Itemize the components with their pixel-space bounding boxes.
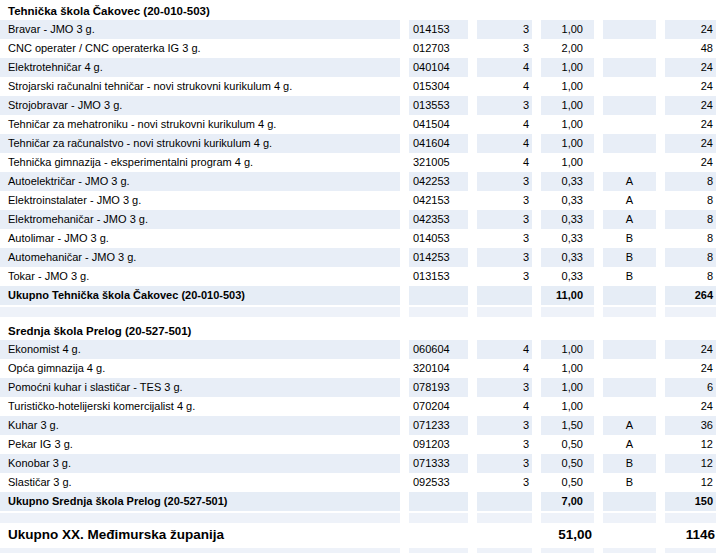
program-years: 3: [477, 473, 532, 492]
program-name: Konobar 3 g.: [0, 454, 400, 473]
section-header-prelog: Srednja škola Prelog (20-527-501): [0, 323, 716, 340]
program-letter: [603, 39, 656, 58]
program-name: Opća gimnazija 4 g.: [0, 359, 400, 378]
separator-cell: [603, 307, 656, 317]
program-value: 0,50: [541, 473, 594, 492]
separator-cell: [541, 513, 594, 523]
separator-cell: [409, 513, 468, 523]
program-years: 4: [477, 340, 532, 359]
program-name: Tehnička gimnazija - eksperimentalni pro…: [0, 153, 400, 172]
grand-total-years-cell: [477, 525, 532, 545]
program-count: 8: [665, 248, 716, 267]
separator-cell: [541, 307, 594, 317]
program-letter: [603, 96, 656, 115]
program-letter: [603, 153, 656, 172]
program-years: 4: [477, 134, 532, 153]
program-years: 3: [477, 210, 532, 229]
separator-slot-2: [0, 513, 716, 523]
grand-total-letter-cell: [603, 525, 656, 545]
program-code: 071333: [409, 454, 468, 473]
program-value: 0,50: [541, 435, 594, 454]
separator-row: [0, 307, 716, 317]
separator-cell: [665, 513, 716, 523]
program-code: 013553: [409, 96, 468, 115]
program-code: 014153: [409, 20, 468, 39]
section-header-cakovec: Tehnička škola Čakovec (20-010-503): [0, 3, 716, 20]
section-total-years-cell: [477, 286, 532, 305]
program-name: Elektrotehničar 4 g.: [0, 58, 400, 77]
program-row: CNC operater / CNC operaterka IG 3 g. 01…: [0, 39, 716, 58]
separator-slot-3: [0, 548, 716, 553]
program-years: 4: [477, 397, 532, 416]
program-code: 042153: [409, 191, 468, 210]
program-count: 24: [665, 134, 716, 153]
program-count: 12: [665, 454, 716, 473]
program-row: Tehničar za mehatroniku - novi strukovni…: [0, 115, 716, 134]
separator-cell: [477, 548, 532, 553]
separator-row: [0, 548, 716, 553]
program-count: 24: [665, 359, 716, 378]
program-name: Tehničar za računalstvo - novi strukovni…: [0, 134, 400, 153]
program-code: 013153: [409, 267, 468, 286]
program-count: 24: [665, 340, 716, 359]
separator-cell: [477, 307, 532, 317]
section-total-count: 264: [665, 286, 716, 305]
program-count: 8: [665, 267, 716, 286]
program-name: Turističko-hotelijerski komercijalist 4 …: [0, 397, 400, 416]
program-letter: A: [603, 172, 656, 191]
program-value: 0,33: [541, 172, 594, 191]
separator-cell: [477, 513, 532, 523]
program-value: 1,00: [541, 397, 594, 416]
section-total-row-prelog: Ukupno Srednja škola Prelog (20-527-501)…: [0, 492, 716, 511]
program-code: 041604: [409, 134, 468, 153]
program-years: 3: [477, 435, 532, 454]
program-count: 12: [665, 473, 716, 492]
program-count: 8: [665, 210, 716, 229]
program-row: Autoelektričar - JMO 3 g. 042253 3 0,33 …: [0, 172, 716, 191]
program-code: 320104: [409, 359, 468, 378]
program-name: Pekar IG 3 g.: [0, 435, 400, 454]
program-code: 060604: [409, 340, 468, 359]
separator-cell: [665, 307, 716, 317]
program-row: Tokar - JMO 3 g. 013153 3 0,33 B 8: [0, 267, 716, 286]
program-row: Elektroinstalater - JMO 3 g. 042153 3 0,…: [0, 191, 716, 210]
program-code: 092533: [409, 473, 468, 492]
section-total-years-cell: [477, 492, 532, 511]
program-count: 6: [665, 378, 716, 397]
separator-cell: [409, 548, 468, 553]
separator-cell: [0, 307, 400, 317]
program-letter: B: [603, 267, 656, 286]
program-count: 48: [665, 39, 716, 58]
program-count: 24: [665, 20, 716, 39]
program-code: 041504: [409, 115, 468, 134]
program-letter: B: [603, 454, 656, 473]
program-count: 36: [665, 416, 716, 435]
program-name: Ekonomist 4 g.: [0, 340, 400, 359]
program-code: 014053: [409, 229, 468, 248]
program-count: 12: [665, 435, 716, 454]
program-years: 4: [477, 153, 532, 172]
program-letter: A: [603, 416, 656, 435]
program-row: Ekonomist 4 g. 060604 4 1,00 24: [0, 340, 716, 359]
section-rows-prelog: Ekonomist 4 g. 060604 4 1,00 24 Opća gim…: [0, 340, 716, 492]
section-total-row-cakovec: Ukupno Tehnička škola Čakovec (20-010-50…: [0, 286, 716, 305]
program-value: 1,00: [541, 153, 594, 172]
separator-cell: [409, 307, 468, 317]
separator-slot-1: [0, 307, 716, 317]
program-letter: B: [603, 473, 656, 492]
program-name: Strojobravar - JMO 3 g.: [0, 96, 400, 115]
grand-total-count: 1146: [665, 525, 716, 545]
program-name: Kuhar 3 g.: [0, 416, 400, 435]
program-value: 1,00: [541, 96, 594, 115]
program-years: 3: [477, 229, 532, 248]
separator-cell: [665, 548, 716, 553]
program-letter: [603, 397, 656, 416]
program-years: 3: [477, 39, 532, 58]
program-row: Strojobravar - JMO 3 g. 013553 3 1,00 24: [0, 96, 716, 115]
program-value: 1,00: [541, 340, 594, 359]
program-count: 8: [665, 172, 716, 191]
section-total-code-cell: [409, 492, 468, 511]
program-name: Autoelektričar - JMO 3 g.: [0, 172, 400, 191]
program-years: 4: [477, 77, 532, 96]
program-row: Autolimar - JMO 3 g. 014053 3 0,33 B 8: [0, 229, 716, 248]
